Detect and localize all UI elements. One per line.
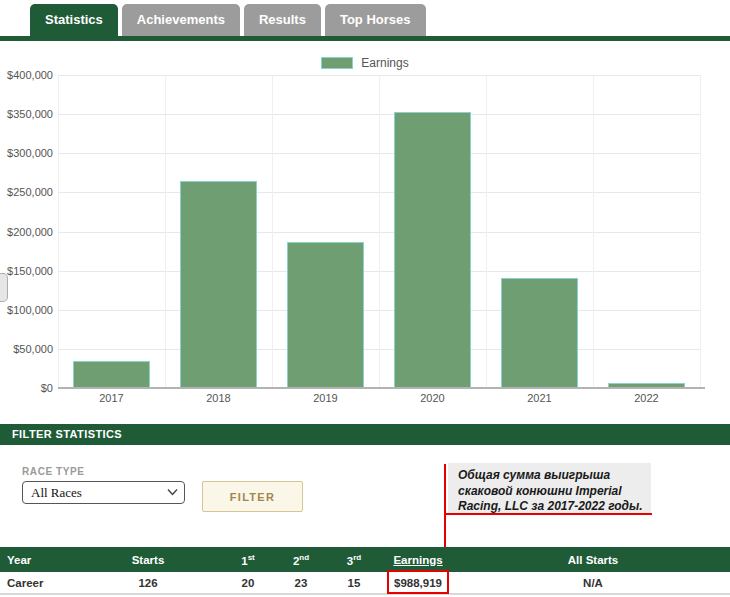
tab-results[interactable]: Results <box>244 4 321 36</box>
chart-y-axis: $0$50,000$100,000$150,000$200,000$250,00… <box>0 75 53 388</box>
race-type-select-wrap: All Races <box>22 481 185 504</box>
gridline-vertical <box>700 75 701 388</box>
page: Statistics Achievements Results Top Hors… <box>0 0 730 597</box>
cell-2nd: 23 <box>274 572 328 594</box>
tab-statistics[interactable]: Statistics <box>30 4 118 36</box>
gridline-vertical <box>272 75 273 388</box>
annotation-box: Общая сумма выигрыша скаковой конюшни Im… <box>448 463 651 514</box>
y-tick-label: $350,000 <box>0 108 53 120</box>
x-tick-label-2017: 2017 <box>58 392 165 404</box>
race-type-label: RACE TYPE <box>22 466 85 477</box>
x-tick-label-2021: 2021 <box>486 392 593 404</box>
legend-earnings-label: Earnings <box>361 56 408 70</box>
tabs-underline <box>0 36 730 41</box>
chart-legend[interactable]: Earnings <box>0 56 730 70</box>
filter-button[interactable]: FILTER <box>202 481 303 512</box>
table-header-row: Year Starts 1st 2nd 3rd Earnings All Sta… <box>0 547 730 572</box>
gridline-vertical <box>593 75 594 388</box>
col-header-2nd: 2nd <box>274 547 328 572</box>
col-header-all-starts: All Starts <box>456 547 730 572</box>
callout-horizontal-line <box>444 513 652 515</box>
cell-year: Career <box>0 572 74 594</box>
bar-2019[interactable] <box>287 242 364 388</box>
bar-2021[interactable] <box>501 278 578 388</box>
stats-table: Year Starts 1st 2nd 3rd Earnings All Sta… <box>0 547 730 595</box>
tab-bar: Statistics Achievements Results Top Hors… <box>30 4 426 36</box>
col-header-earnings[interactable]: Earnings <box>380 547 456 572</box>
bar-2018[interactable] <box>180 181 257 388</box>
bar-2020[interactable] <box>394 112 471 388</box>
edge-pull-tab[interactable] <box>0 273 8 302</box>
cell-3rd: 15 <box>328 572 380 594</box>
race-type-select[interactable]: All Races <box>22 481 185 504</box>
col-header-1st: 1st <box>222 547 274 572</box>
y-tick-label: $300,000 <box>0 147 53 159</box>
col-header-starts: Starts <box>74 547 222 572</box>
chart-x-axis: 201720182019202020212022 <box>58 392 700 406</box>
y-tick-label: $150,000 <box>0 265 53 277</box>
y-tick-label: $200,000 <box>0 226 53 238</box>
gridline-vertical <box>58 75 59 388</box>
bar-2017[interactable] <box>73 361 150 388</box>
x-tick-label-2020: 2020 <box>379 392 486 404</box>
legend-earnings-swatch <box>321 57 353 69</box>
table-row-career: Career 126 20 23 15 $988,919 N/A <box>0 572 730 594</box>
y-tick-label: $400,000 <box>0 69 53 81</box>
gridline-vertical <box>486 75 487 388</box>
y-tick-label: $50,000 <box>0 343 53 355</box>
gridline-vertical <box>165 75 166 388</box>
y-tick-label: $0 <box>0 382 53 394</box>
earnings-highlight-box <box>387 570 449 594</box>
x-axis-line <box>58 387 705 389</box>
cell-all-starts: N/A <box>456 572 730 594</box>
tab-achievements[interactable]: Achievements <box>122 4 240 36</box>
tab-top-horses[interactable]: Top Horses <box>325 4 426 36</box>
col-header-year: Year <box>0 547 74 572</box>
col-header-3rd: 3rd <box>328 547 380 572</box>
filter-section-header: FILTER STATISTICS <box>0 424 730 445</box>
x-tick-label-2018: 2018 <box>165 392 272 404</box>
cell-starts: 126 <box>74 572 222 594</box>
y-tick-label: $100,000 <box>0 304 53 316</box>
y-tick-label: $250,000 <box>0 186 53 198</box>
gridline-vertical <box>379 75 380 388</box>
x-tick-label-2019: 2019 <box>272 392 379 404</box>
chart-plot <box>58 75 700 388</box>
x-tick-label-2022: 2022 <box>593 392 700 404</box>
cell-1st: 20 <box>222 572 274 594</box>
